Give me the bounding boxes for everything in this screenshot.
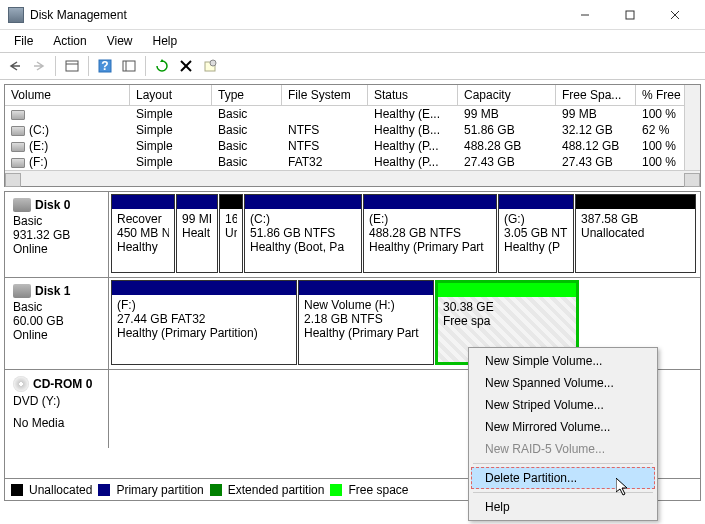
disk0-info[interactable]: Disk 0 Basic 931.32 GB Online — [5, 192, 109, 277]
disk1-part-f[interactable]: (F:)27.44 GB FAT32Healthy (Primary Parti… — [111, 280, 297, 365]
disk0-type: Basic — [13, 214, 100, 228]
cdrom-label: CD-ROM 0 — [33, 377, 92, 391]
disk-icon — [13, 284, 31, 298]
volume-fs: FAT32 — [282, 154, 368, 170]
col-capacity[interactable]: Capacity — [458, 85, 556, 105]
menu-action[interactable]: Action — [45, 32, 94, 50]
col-layout[interactable]: Layout — [130, 85, 212, 105]
cdrom-info[interactable]: CD-ROM 0 DVD (Y:) No Media — [5, 370, 109, 448]
volume-capacity: 27.43 GB — [458, 154, 556, 170]
volume-free: 488.12 GB — [556, 138, 636, 154]
volume-name: (F:) — [29, 155, 48, 169]
show-hide-console-button[interactable] — [61, 55, 83, 77]
volume-fs: NTFS — [282, 138, 368, 154]
volume-list-header: Volume Layout Type File System Status Ca… — [5, 85, 700, 106]
volume-layout: Simple — [130, 154, 212, 170]
volume-list-vscroll[interactable] — [684, 85, 700, 170]
disk0-label: Disk 0 — [35, 198, 70, 212]
cdrom-media: No Media — [13, 416, 100, 430]
toolbar: ? — [0, 52, 705, 80]
ctx-separator — [473, 463, 653, 464]
col-filesystem[interactable]: File System — [282, 85, 368, 105]
col-type[interactable]: Type — [212, 85, 282, 105]
col-status[interactable]: Status — [368, 85, 458, 105]
disk-icon — [13, 198, 31, 212]
legend-free: Free space — [348, 483, 408, 497]
disk1-label: Disk 1 — [35, 284, 70, 298]
refresh-button[interactable] — [151, 55, 173, 77]
volume-icon — [11, 158, 25, 168]
titlebar: Disk Management — [0, 0, 705, 30]
close-button[interactable] — [652, 1, 697, 29]
volume-name: (C:) — [29, 123, 49, 137]
volume-type: Basic — [212, 138, 282, 154]
back-button[interactable] — [4, 55, 26, 77]
disk0-part-unalloc1[interactable]: 16Un — [219, 194, 243, 273]
context-menu: New Simple Volume... New Spanned Volume.… — [468, 347, 658, 521]
volume-icon — [11, 126, 25, 136]
disk1-info[interactable]: Disk 1 Basic 60.00 GB Online — [5, 278, 109, 369]
ctx-separator — [473, 492, 653, 493]
volume-row[interactable]: (E:)SimpleBasicNTFSHealthy (P...488.28 G… — [5, 138, 700, 154]
minimize-button[interactable] — [562, 1, 607, 29]
legend-sw-extended — [210, 484, 222, 496]
volume-list[interactable]: Volume Layout Type File System Status Ca… — [4, 84, 701, 187]
legend-primary: Primary partition — [116, 483, 203, 497]
volume-free: 99 MB — [556, 106, 636, 122]
window-title: Disk Management — [30, 8, 562, 22]
ctx-delete-partition[interactable]: Delete Partition... — [471, 467, 655, 489]
delete-button[interactable] — [175, 55, 197, 77]
menu-file[interactable]: File — [6, 32, 41, 50]
volume-fs: NTFS — [282, 122, 368, 138]
col-volume[interactable]: Volume — [5, 85, 130, 105]
settings-button[interactable] — [118, 55, 140, 77]
maximize-button[interactable] — [607, 1, 652, 29]
ctx-new-spanned[interactable]: New Spanned Volume... — [471, 372, 655, 394]
disk1-type: Basic — [13, 300, 100, 314]
volume-capacity: 99 MB — [458, 106, 556, 122]
disk0-state: Online — [13, 242, 100, 256]
cdrom-icon — [13, 376, 29, 392]
disk1-state: Online — [13, 328, 100, 342]
volume-status: Healthy (E... — [368, 106, 458, 122]
disk0-part-efi[interactable]: 99 MIHealt — [176, 194, 218, 273]
volume-row[interactable]: SimpleBasicHealthy (E...99 MB99 MB100 % — [5, 106, 700, 122]
menu-view[interactable]: View — [99, 32, 141, 50]
disk0-part-g[interactable]: (G:)3.05 GB NTFHealthy (P — [498, 194, 574, 273]
disk0-part-c[interactable]: (C:)51.86 GB NTFSHealthy (Boot, Pa — [244, 194, 362, 273]
volume-icon — [11, 110, 25, 120]
disk0-part-unalloc2[interactable]: 387.58 GBUnallocated — [575, 194, 696, 273]
ctx-help[interactable]: Help — [471, 496, 655, 518]
disk0-part-e[interactable]: (E:)488.28 GB NTFSHealthy (Primary Part — [363, 194, 497, 273]
disk0-row: Disk 0 Basic 931.32 GB Online Recover450… — [5, 192, 700, 278]
volume-status: Healthy (B... — [368, 122, 458, 138]
menubar: File Action View Help — [0, 30, 705, 52]
volume-layout: Simple — [130, 106, 212, 122]
volume-row[interactable]: (C:)SimpleBasicNTFSHealthy (B...51.86 GB… — [5, 122, 700, 138]
help-button[interactable]: ? — [94, 55, 116, 77]
disk0-partitions: Recover450 MB NHealthy 99 MIHealt 16Un (… — [109, 192, 700, 277]
properties-button[interactable] — [199, 55, 221, 77]
volume-name: (E:) — [29, 139, 48, 153]
disk0-part-recovery[interactable]: Recover450 MB NHealthy — [111, 194, 175, 273]
disk1-size: 60.00 GB — [13, 314, 100, 328]
volume-row[interactable]: (F:)SimpleBasicFAT32Healthy (P...27.43 G… — [5, 154, 700, 170]
legend-sw-free — [330, 484, 342, 496]
volume-list-hscroll[interactable] — [5, 170, 700, 186]
legend-extended: Extended partition — [228, 483, 325, 497]
legend-sw-primary — [98, 484, 110, 496]
col-free[interactable]: Free Spa... — [556, 85, 636, 105]
ctx-new-simple[interactable]: New Simple Volume... — [471, 350, 655, 372]
volume-type: Basic — [212, 122, 282, 138]
volume-status: Healthy (P... — [368, 154, 458, 170]
menu-help[interactable]: Help — [145, 32, 186, 50]
forward-button[interactable] — [28, 55, 50, 77]
ctx-new-striped[interactable]: New Striped Volume... — [471, 394, 655, 416]
volume-capacity: 51.86 GB — [458, 122, 556, 138]
ctx-new-raid5: New RAID-5 Volume... — [471, 438, 655, 460]
disk1-part-h[interactable]: New Volume (H:)2.18 GB NTFSHealthy (Prim… — [298, 280, 434, 365]
cdrom-drive: DVD (Y:) — [13, 394, 100, 408]
ctx-new-mirrored[interactable]: New Mirrored Volume... — [471, 416, 655, 438]
svg-point-13 — [210, 60, 216, 66]
svg-rect-1 — [626, 11, 634, 19]
